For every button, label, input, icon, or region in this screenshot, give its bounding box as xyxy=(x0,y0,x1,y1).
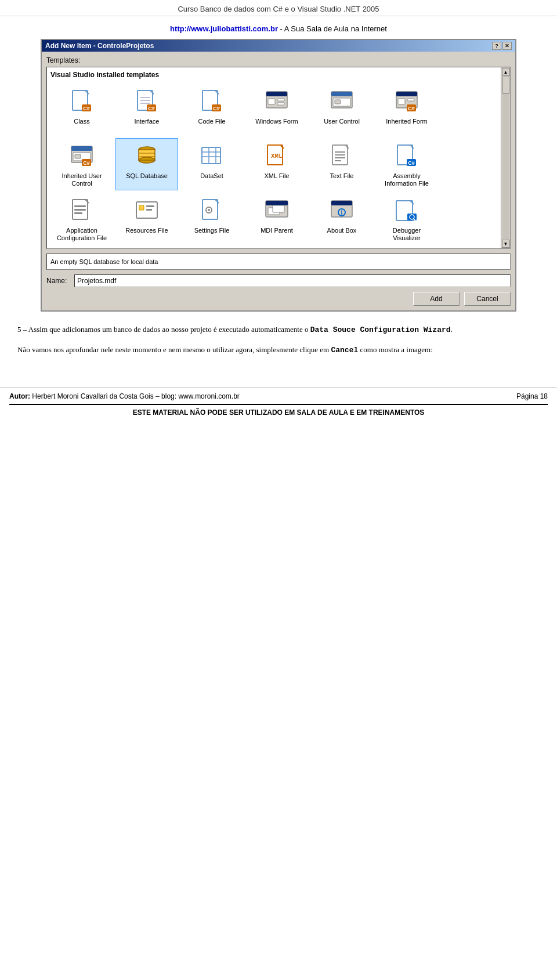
templates-grid: C#Class C#Interface C#Code File xyxy=(50,84,497,245)
template-label-about-box: About Box xyxy=(327,227,357,234)
template-icon-windows-form xyxy=(263,88,291,115)
svg-rect-30 xyxy=(75,154,81,158)
body-text: 5 – Assim que adicionamos um banco de da… xyxy=(0,312,557,375)
scroll-down-btn[interactable]: ▼ xyxy=(502,240,510,248)
template-item-debugger-visualizer[interactable]: Debugger Visualizer xyxy=(375,193,438,245)
svg-text:C#: C# xyxy=(83,160,90,166)
template-item-mdi-parent[interactable]: MDI Parent xyxy=(245,193,308,245)
template-item-windows-form[interactable]: Windows Form xyxy=(245,84,308,136)
templates-label: Templates: xyxy=(46,56,511,64)
page-header: Curso Banco de dados com C# e o Visual S… xyxy=(0,0,557,16)
template-label-text-file: Text File xyxy=(330,172,354,180)
svg-rect-24 xyxy=(407,99,414,101)
template-label-resources-file: Resources File xyxy=(125,227,168,234)
template-icon-inherited-form: C# xyxy=(393,88,421,115)
template-icon-xml-file: XML xyxy=(263,142,291,170)
svg-rect-57 xyxy=(74,212,82,214)
svg-text:i: i xyxy=(341,209,343,216)
svg-rect-14 xyxy=(268,99,275,104)
template-item-about-box[interactable]: iAbout Box xyxy=(310,193,373,245)
template-item-user-control[interactable]: User Control xyxy=(310,84,373,136)
cancel-button[interactable]: Cancel xyxy=(464,292,511,306)
dialog-body: Templates: Visual Studio installed templ… xyxy=(42,52,515,310)
template-icon-about-box: i xyxy=(328,197,356,225)
template-label-settings-file: Settings File xyxy=(194,227,230,234)
svg-rect-55 xyxy=(74,205,86,207)
scroll-track xyxy=(502,77,509,239)
svg-rect-59 xyxy=(139,205,144,210)
dialog-titlebar: Add New Item - ControleProjetos ? ✕ xyxy=(42,40,515,52)
template-item-inherited-user-control[interactable]: C#Inherited User Control xyxy=(50,138,113,190)
svg-text:C#: C# xyxy=(148,106,155,111)
svg-rect-22 xyxy=(396,92,417,96)
svg-rect-39 xyxy=(202,147,220,164)
svg-text:C#: C# xyxy=(408,160,415,166)
dialog-title: Add New Item - ControleProjetos xyxy=(45,42,154,50)
template-item-interface[interactable]: C#Interface xyxy=(115,84,178,136)
template-item-sql-database[interactable]: SQL Database xyxy=(115,138,178,190)
add-button[interactable]: Add xyxy=(413,292,460,306)
template-item-assembly-info[interactable]: C#Assembly Information File xyxy=(375,138,438,190)
para1-end: . xyxy=(451,325,453,334)
scroll-up-btn[interactable]: ▲ xyxy=(502,68,510,76)
template-label-debugger-visualizer: Debugger Visualizer xyxy=(378,227,435,242)
template-item-inherited-form[interactable]: C#Inherited Form xyxy=(375,84,438,136)
name-input[interactable] xyxy=(74,274,511,287)
scroll-thumb[interactable] xyxy=(502,77,509,94)
template-label-assembly-info: Assembly Information File xyxy=(378,172,435,187)
help-button[interactable]: ? xyxy=(492,42,501,50)
add-new-item-dialog: Add New Item - ControleProjetos ? ✕ Temp… xyxy=(41,39,516,312)
template-icon-settings-file xyxy=(198,197,226,225)
svg-rect-18 xyxy=(331,92,352,96)
para2-mid: como mostra a imagem: xyxy=(358,345,433,354)
svg-rect-13 xyxy=(266,92,287,96)
svg-rect-16 xyxy=(277,103,284,105)
name-row: Name: xyxy=(46,274,511,287)
svg-rect-66 xyxy=(266,201,288,205)
svg-rect-70 xyxy=(331,201,352,205)
url-line: http://www.juliobattisti.com.br - A Sua … xyxy=(0,21,557,39)
vs-installed-label: Visual Studio installed templates xyxy=(50,71,497,79)
template-label-sql-database: SQL Database xyxy=(126,172,168,180)
svg-rect-28 xyxy=(71,146,92,151)
page-label: Página 18 xyxy=(516,392,548,400)
svg-text:C#: C# xyxy=(213,106,220,111)
templates-panel: Visual Studio installed templates C#Clas… xyxy=(47,67,501,248)
svg-text:XML: XML xyxy=(271,153,283,160)
author-label: Autor: xyxy=(9,392,30,400)
template-item-resources-file[interactable]: Resources File xyxy=(115,193,178,245)
template-label-inherited-form: Inherited Form xyxy=(386,118,428,125)
template-label-interface: Interface xyxy=(135,118,160,125)
svg-rect-56 xyxy=(74,209,86,211)
template-item-app-config[interactable]: Application Configuration File xyxy=(50,193,113,245)
template-icon-text-file xyxy=(328,142,356,170)
template-item-class[interactable]: C#Class xyxy=(50,84,113,136)
template-icon-inherited-user-control: C# xyxy=(68,142,96,170)
close-button[interactable]: ✕ xyxy=(502,42,512,50)
template-item-code-file[interactable]: C#Code File xyxy=(180,84,243,136)
template-icon-dataset xyxy=(198,142,226,170)
page-title: Curso Banco de dados com C# e o Visual S… xyxy=(178,5,379,13)
template-item-xml-file[interactable]: XMLXML File xyxy=(245,138,308,190)
bold2: Cancel xyxy=(331,346,358,355)
para1-text: 5 – Assim que adicionamos um banco de da… xyxy=(17,325,310,334)
templates-panel-wrapper: Visual Studio installed templates C#Clas… xyxy=(46,67,511,249)
template-item-text-file[interactable]: Text File xyxy=(310,138,373,190)
template-item-settings-file[interactable]: Settings File xyxy=(180,193,243,245)
svg-text:C#: C# xyxy=(408,106,415,111)
template-label-mdi-parent: MDI Parent xyxy=(261,227,293,234)
name-label: Name: xyxy=(46,277,70,285)
template-label-user-control: User Control xyxy=(324,118,360,125)
template-label-xml-file: XML File xyxy=(265,172,290,180)
url-link[interactable]: http://www.juliobattisti.com.br xyxy=(170,24,278,33)
svg-rect-60 xyxy=(146,205,154,207)
panel-scrollbar[interactable]: ▲ ▼ xyxy=(501,67,510,248)
template-item-dataset[interactable]: DataSet xyxy=(180,138,243,190)
template-icon-interface: C# xyxy=(133,88,161,115)
description-text: An empty SQL database for local data xyxy=(50,258,158,265)
footer-author-row: Autor: Herbert Moroni Cavallari da Costa… xyxy=(9,392,548,400)
template-label-windows-form: Windows Form xyxy=(255,118,298,125)
description-box: An empty SQL database for local data xyxy=(46,254,511,270)
para2-start: Não vamos nos aprofundar nele neste mome… xyxy=(17,345,331,354)
template-icon-class: C# xyxy=(68,88,96,115)
